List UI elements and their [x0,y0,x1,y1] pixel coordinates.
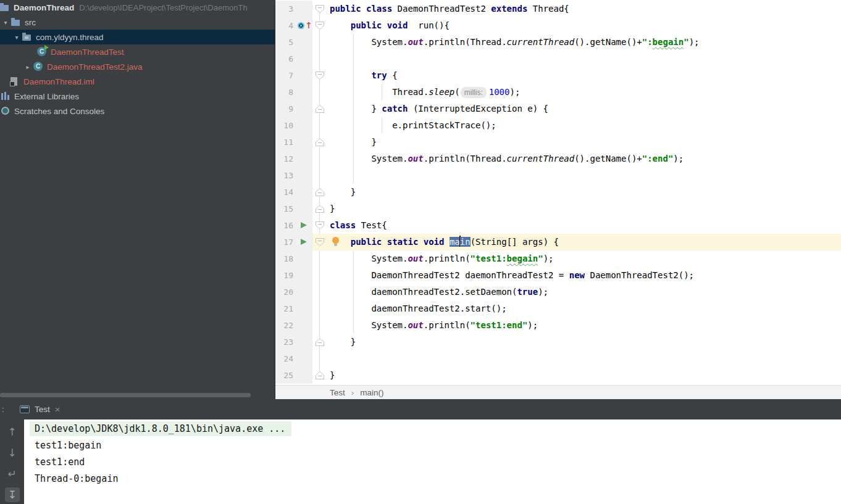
code-line-18: 18 System.out.println("test1:begain"); [275,250,841,267]
line-number: 9 [275,101,296,117]
code-text[interactable]: class Test{ [328,217,841,234]
console-toolbar: ↑↓↵↧ [0,419,24,504]
fold-marker-icon[interactable] [316,72,324,80]
code-text[interactable] [328,350,841,367]
fold-marker-icon[interactable] [316,138,324,146]
code-line-14: 14 } [275,184,841,200]
gutter-icon-slot [296,200,312,217]
fold-marker-icon[interactable] [316,238,324,246]
fold-marker-icon[interactable] [316,221,324,229]
fold-marker-icon[interactable] [316,371,324,379]
console-tab-test[interactable]: Test × [16,399,64,419]
override-method-icon[interactable] [298,22,304,29]
console-output[interactable]: D:\develop\JDK8\jdk1.8.0_181\bin\java.ex… [24,419,841,504]
code-text[interactable]: public class DaemonThreadTest2 extends T… [328,1,841,17]
fold-column [312,267,328,284]
code-text[interactable]: } [328,367,841,384]
code-text[interactable]: DaemonThreadTest2 daemonThreadTest2 = ne… [328,267,841,284]
tree-item-project-root[interactable]: DaemonThreadD:\develop\IDEAProject\TestP… [0,0,275,15]
run-gutter-icon[interactable] [301,239,307,245]
breadcrumb-class[interactable]: Test [330,388,345,397]
code-line-10: 10 e.printStackTrace(); [275,117,841,134]
code-line-20: 20 daemonThreadTest2.setDaemon(true); [275,284,841,300]
code-text[interactable]: } [328,200,841,217]
fold-column [312,167,328,184]
code-text[interactable]: public void run(){ [328,17,841,34]
fold-column [312,1,328,17]
folder-package-icon [22,32,32,42]
tree-item-iml[interactable]: DaemonThread.iml [0,74,275,89]
code-text[interactable]: public static void main(String[] args) { [328,234,841,250]
gutter-icon-slot [296,367,312,384]
line-number: 24 [275,350,296,367]
fold-marker-icon[interactable] [316,105,324,113]
tree-item-src[interactable]: ▾src [0,15,275,30]
gutter-icon-slot [296,250,312,267]
up-stack-trace-icon[interactable]: ↑ [5,424,20,439]
scroll-to-end-icon[interactable]: ↧ [5,487,20,502]
fold-marker-icon[interactable] [316,188,324,196]
chevron-right-icon[interactable]: ▸ [22,64,33,70]
code-text[interactable]: daemonThreadTest2.start(); [328,300,841,317]
chevron-down-icon[interactable]: ▾ [0,19,11,26]
console-icon [20,405,30,413]
fold-marker-icon[interactable] [316,22,324,30]
intention-bulb-icon[interactable] [332,237,339,244]
soft-wrap-icon[interactable]: ↵ [5,466,20,481]
code-text[interactable]: try { [328,67,841,84]
line-number: 7 [275,67,296,84]
fold-column [312,17,328,34]
code-line-6: 6 [275,51,841,67]
code-text[interactable]: } catch (InterruptedException e) { [328,101,841,117]
project-tree: DaemonThreadD:\develop\IDEAProject\TestP… [0,0,275,118]
code-text[interactable]: System.out.println(Thread.currentThread(… [328,151,841,167]
tree-item-label: External Libraries [14,92,79,101]
tree-item-daemonthreadtest2[interactable]: ▸CDaemonThreadTest2.java [0,59,275,74]
code-text[interactable] [328,51,841,67]
line-number: 10 [275,117,296,134]
breadcrumb: Test › main() [275,385,841,399]
code-editor[interactable]: 3public class DaemonThreadTest2 extends … [275,0,841,385]
code-text[interactable]: } [328,334,841,350]
fold-column [312,234,328,250]
code-text[interactable]: System.out.println(Thread.currentThread(… [328,34,841,51]
module-file-icon [10,76,20,86]
run-gutter-icon[interactable] [301,222,307,228]
tree-item-label: DaemonThreadTest2.java [47,62,143,72]
down-stack-trace-icon[interactable]: ↓ [5,445,20,460]
fold-marker-icon[interactable] [316,338,324,346]
tree-item-package[interactable]: ▾com.yldyyn.thread [0,30,275,44]
close-icon[interactable]: × [55,405,61,413]
fold-column [312,367,328,384]
fold-marker-icon[interactable] [316,205,324,213]
tree-item-scratches[interactable]: Scratches and Consoles [0,104,275,118]
tree-item-daemonthreadtest[interactable]: CDaemonThreadTest [0,44,275,59]
project-tree-horizontal-scrollbar[interactable] [0,393,251,397]
fold-marker-icon[interactable] [316,5,324,13]
code-line-5: 5 System.out.println(Thread.currentThrea… [275,34,841,51]
code-text[interactable]: } [328,184,841,200]
run-console-panel: : Test × ↑↓↵↧ D:\develop\JDK8\jdk1.8.0_1… [0,399,841,504]
code-text[interactable]: Thread.sleep(millis:1000); [328,84,841,101]
code-text[interactable]: daemonThreadTest2.setDaemon(true); [328,284,841,300]
code-text[interactable] [328,167,841,184]
breadcrumb-method[interactable]: main() [360,388,383,397]
code-line-16: 16class Test{ [275,217,841,234]
project-path: D:\develop\IDEAProject\TestProject\Daemo… [79,3,247,12]
code-text[interactable]: System.out.println("test1:begain"); [328,250,841,267]
indent-guide [353,250,354,334]
code-text[interactable]: e.printStackTrace(); [328,117,841,134]
line-number: 16 [275,217,296,234]
gutter-icon-slot [296,84,312,101]
fold-column [312,284,328,300]
chevron-down-icon[interactable]: ▾ [11,34,22,41]
tree-item-external-libraries[interactable]: External Libraries [0,89,275,104]
gutter-icon-slot [296,300,312,317]
gutter-icon-slot [296,1,312,17]
tree-item-label: DaemonThreadTest [51,48,124,57]
code-text[interactable]: } [328,134,841,151]
line-number: 22 [275,317,296,334]
code-line-13: 13 [275,167,841,184]
code-line-24: 24 [275,350,841,367]
code-text[interactable]: System.out.println("test1:end"); [328,317,841,334]
